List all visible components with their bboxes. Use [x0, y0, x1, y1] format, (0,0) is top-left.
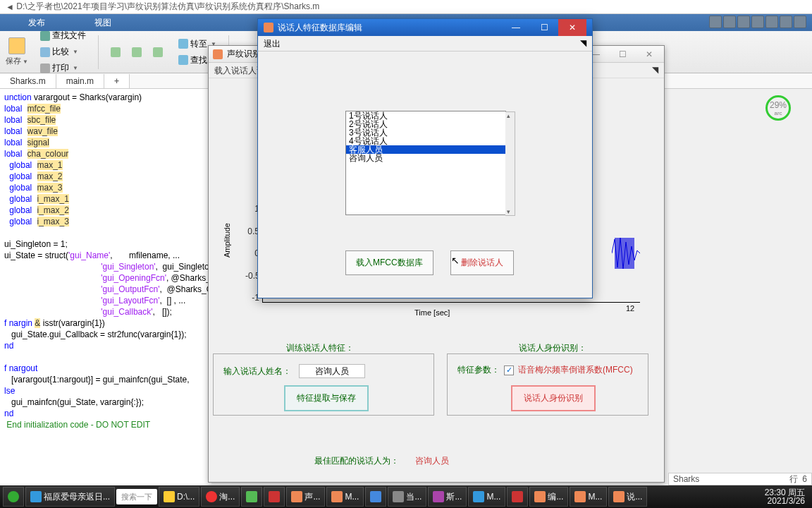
extract-features-button[interactable]: 特征提取与保存 [284, 385, 369, 411]
result-line: 最佳匹配的说话人为： 咨询人员 [314, 452, 449, 467]
task-app[interactable]: 声... [286, 487, 325, 507]
gauge-pct: 29% [770, 100, 787, 110]
task-app[interactable]: M... [326, 487, 364, 507]
tray-icon[interactable] [751, 16, 764, 28]
task-app[interactable]: 斯... [428, 487, 467, 507]
task-app[interactable]: M... [468, 487, 505, 507]
mfcc-label: 语音梅尔频率倒谱系数(MFCC) [518, 364, 633, 376]
task-app[interactable] [507, 487, 528, 507]
speaker-listbox[interactable]: 1号说话人 2号说话人 3号说话人 4号说话人 客服人员 咨询人员 [345, 111, 506, 215]
matlab-icon [264, 23, 273, 32]
task-app[interactable]: 说... [608, 487, 647, 507]
train-panel: 输入说话人姓名： 特征提取与保存 [213, 353, 434, 416]
task-app[interactable] [241, 487, 262, 507]
task-app[interactable]: 当... [388, 487, 426, 507]
y-axis-label: Amplitude [223, 223, 231, 258]
result-label: 最佳匹配的说话人为： [314, 456, 399, 466]
outdent-button[interactable] [128, 45, 145, 59]
x-axis-label: Time [sec] [414, 308, 450, 317]
task-app[interactable]: 淘... [201, 487, 240, 507]
modal-maximize-button[interactable]: ☐ [530, 19, 558, 36]
file-path: D:\之乎者也\2021年项目学习\声纹识别算法仿真\声纹识别系统仿真程序\Sh… [16, 1, 319, 13]
taskbar: 福原爱母亲返日... 搜索一下 D:\... 淘... 声... M... 当.… [0, 485, 812, 508]
status-bar: Sharks 行 6 [668, 473, 812, 485]
indent-button[interactable] [107, 45, 124, 59]
menu-exit[interactable]: 退出 [264, 38, 281, 49]
feature-param-label: 特征参数： [457, 364, 500, 376]
load-mfcc-button[interactable]: 载入MFCC数据库 [345, 250, 433, 275]
tray-icon[interactable] [709, 16, 722, 28]
result-value: 咨询人员 [415, 456, 449, 466]
svg-rect-1 [615, 238, 634, 269]
mfcc-checkbox[interactable]: ✓ [504, 365, 514, 375]
memory-gauge: 29% arc [765, 95, 791, 121]
modal-menu: 退出 ◥ [258, 36, 592, 52]
speaker-name-input[interactable] [299, 364, 365, 378]
matlab-icon [213, 49, 223, 59]
task-app[interactable] [365, 487, 386, 507]
start-button[interactable] [3, 487, 24, 507]
tray-icon[interactable] [794, 16, 806, 28]
menu-corner-icon[interactable]: ◥ [580, 38, 586, 49]
code-editor[interactable]: unction varargout = Sharks(varargin) lob… [0, 89, 211, 484]
identify-button[interactable]: 说话人身份识别 [511, 385, 596, 411]
waveform-segment-2 [612, 232, 640, 274]
tray-icon[interactable] [737, 16, 750, 28]
tray-icon[interactable] [780, 16, 792, 28]
list-item[interactable]: 咨询人员 [346, 154, 505, 162]
listbox-scrollbar[interactable] [505, 111, 515, 216]
path-bar: ◄ D:\之乎者也\2021年项目学习\声纹识别算法仿真\声纹识别系统仿真程序\… [0, 0, 812, 14]
status-file: Sharks [673, 474, 699, 484]
tray-icon[interactable] [765, 16, 778, 28]
modal-buttons: 载入MFCC数据库 删除说话人 [345, 250, 514, 275]
clock[interactable]: 23:30 周五2021/3/26 [761, 488, 809, 505]
modal-minimize-button[interactable]: — [502, 19, 530, 36]
modal-close-button[interactable]: ✕ [558, 19, 586, 36]
close-button[interactable]: ✕ [639, 49, 660, 59]
task-app[interactable]: 编... [529, 487, 568, 507]
x-tick-end: 12 [626, 304, 634, 313]
menu-corner-icon[interactable]: ◥ [652, 65, 658, 75]
task-app[interactable]: M... [570, 487, 607, 507]
maximize-button[interactable]: ☐ [612, 49, 633, 59]
print-button[interactable]: 打印 [37, 60, 90, 76]
train-section-label: 训练说话人特征： [286, 342, 354, 354]
compare-button[interactable]: 比较 [37, 44, 90, 60]
indent3-button[interactable] [149, 45, 166, 59]
database-editor-dialog: 说话人特征数据库编辑 — ☐ ✕ 退出 ◥ 1号说话人 2号说话人 3号说话人 … [257, 18, 593, 298]
task-app[interactable] [264, 487, 285, 507]
save-icon[interactable] [8, 37, 25, 54]
delete-speaker-button[interactable]: 删除说话人 [450, 250, 514, 275]
save-group: 保存 [6, 37, 28, 66]
find-file-button[interactable]: 查找文件 [37, 28, 90, 44]
modal-title-text: 说话人特征数据库编辑 [278, 22, 362, 34]
tray-icon[interactable] [723, 16, 736, 28]
search-box[interactable]: 搜索一下 [116, 489, 157, 504]
name-field-label: 输入说话人姓名： [223, 366, 291, 376]
save-label[interactable]: 保存 [6, 56, 28, 66]
gauge-sub: arc [774, 110, 782, 116]
file-tools: 查找文件 比较 打印 [37, 28, 90, 76]
task-ie[interactable]: 福原爱母亲返日... [25, 487, 115, 507]
identify-panel: 特征参数： ✓ 语音梅尔频率倒谱系数(MFCC) 说话人身份识别 [447, 353, 648, 416]
modal-titlebar[interactable]: 说话人特征数据库编辑 — ☐ ✕ [258, 19, 592, 36]
filetab-add[interactable]: + [104, 74, 130, 88]
id-section-label: 说话人身份识别： [519, 342, 586, 354]
edit-tools [107, 45, 166, 59]
arrow-left-icon[interactable]: ◄ [6, 2, 14, 12]
systray-top [709, 16, 806, 28]
task-app[interactable]: D:\... [159, 487, 199, 507]
